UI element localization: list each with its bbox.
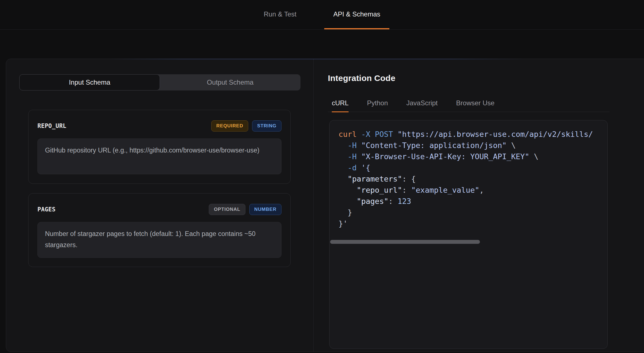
horizontal-scrollbar-thumb[interactable]	[330, 240, 480, 244]
field-badges: OPTIONAL NUMBER	[209, 204, 281, 215]
code-token: "X-Browser-Use-API-Key: YOUR_API_KEY"	[361, 152, 529, 161]
field-badges: REQUIRED STRING	[211, 120, 281, 132]
field-header: PAGES OPTIONAL NUMBER	[37, 203, 281, 216]
code-token	[393, 130, 397, 139]
code-token: curl	[338, 130, 357, 139]
required-badge: REQUIRED	[211, 120, 248, 132]
schema-toggle: Input Schema Output Schema	[19, 74, 300, 90]
code-token	[338, 175, 348, 183]
code-token: -H	[348, 152, 357, 161]
code-token: -d	[348, 163, 357, 172]
integration-title: Integration Code	[328, 73, 396, 83]
code-token	[338, 141, 348, 150]
top-tab-bar: Run & Test API & Schemas	[0, 0, 644, 30]
code-token	[338, 152, 348, 161]
code-token	[357, 152, 361, 161]
code-token	[338, 163, 348, 172]
field-card-repo-url: REPO_URL REQUIRED STRING GitHub reposito…	[28, 110, 291, 184]
code-token: "example_value"	[411, 186, 479, 194]
code-token: '{	[361, 163, 370, 172]
code-token	[338, 186, 357, 194]
field-name: REPO_URL	[37, 123, 67, 129]
code-token: "pages"	[357, 197, 389, 206]
field-description: Number of stargazer pages to fetch (defa…	[37, 222, 281, 258]
main-panel: Input Schema Output Schema REPO_URL REQU…	[6, 59, 644, 352]
tab-browser-use[interactable]: Browser Use	[456, 95, 494, 112]
integration-panel: Integration Code cURL Python JavaScript …	[314, 59, 644, 352]
field-header: REPO_URL REQUIRED STRING	[37, 120, 281, 132]
field-description: GitHub repository URL (e.g., https://git…	[37, 139, 281, 174]
integration-language-tabs: cURL Python JavaScript Browser Use	[328, 95, 610, 112]
optional-badge: OPTIONAL	[209, 204, 245, 215]
tab-curl[interactable]: cURL	[332, 95, 349, 112]
code-content: curl -X POST "https://api.browser-use.co…	[338, 129, 593, 229]
code-token: -H	[348, 141, 357, 150]
tab-run-and-test[interactable]: Run & Test	[255, 0, 305, 29]
toggle-input-schema[interactable]: Input Schema	[19, 74, 160, 90]
code-token	[357, 163, 361, 172]
code-token	[357, 141, 361, 150]
schema-panel: Input Schema Output Schema REPO_URL REQU…	[6, 59, 314, 352]
code-token: -X POST	[361, 130, 393, 139]
type-badge: NUMBER	[249, 204, 281, 215]
tab-python[interactable]: Python	[367, 95, 388, 112]
code-block: curl -X POST "https://api.browser-use.co…	[329, 120, 608, 349]
code-token	[357, 130, 361, 139]
code-token: \	[529, 152, 539, 161]
field-card-pages: PAGES OPTIONAL NUMBER Number of stargaze…	[28, 193, 291, 267]
code-token: }	[338, 208, 352, 217]
code-token: }'	[338, 219, 348, 228]
toggle-output-schema[interactable]: Output Schema	[160, 74, 300, 90]
code-token: 123	[397, 197, 411, 206]
field-name: PAGES	[37, 206, 56, 213]
code-token: "repo_url"	[357, 186, 402, 194]
code-token: :	[389, 197, 398, 206]
type-badge: STRING	[252, 120, 281, 132]
code-token: : {	[402, 175, 416, 183]
code-token	[338, 197, 357, 206]
code-token: \	[506, 141, 516, 150]
code-token: "parameters"	[348, 175, 402, 183]
code-token: ,	[479, 186, 484, 194]
code-token: "https://api.browser-use.com/api/v2/skil…	[397, 130, 593, 139]
code-token: :	[402, 186, 411, 194]
code-token: "Content-Type: application/json"	[361, 141, 506, 150]
tab-javascript[interactable]: JavaScript	[406, 95, 438, 112]
tab-api-and-schemas[interactable]: API & Schemas	[324, 0, 389, 29]
